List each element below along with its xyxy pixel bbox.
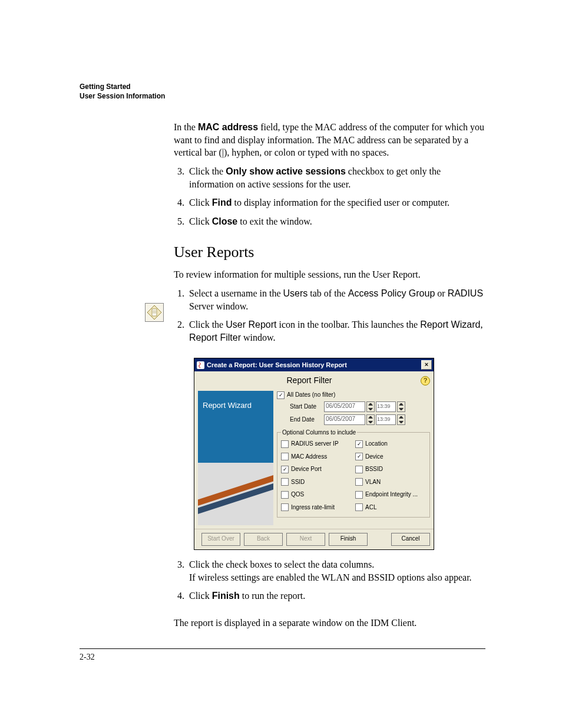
closing-paragraph: The report is displayed in a separate wi… xyxy=(174,617,485,630)
start-date-label: Start Date xyxy=(290,403,323,411)
report-wizard-window: Create a Report: User Session History Re… xyxy=(194,358,434,550)
note-icon xyxy=(145,303,164,322)
start-date-input[interactable]: 06/05/2007 xyxy=(324,401,365,412)
all-dates-label: All Dates (no filter) xyxy=(287,391,335,399)
bssid-checkbox[interactable] xyxy=(355,466,363,473)
optional-columns-legend: Optional Columns to include xyxy=(281,429,357,437)
section-heading: User Reports xyxy=(174,242,485,262)
deviceport-checkbox[interactable]: ✓ xyxy=(281,466,289,473)
device-checkbox[interactable]: ✓ xyxy=(355,453,363,460)
back-button[interactable]: Back xyxy=(244,533,283,546)
steps-list-b: Select a username in the Users tab of th… xyxy=(174,287,485,344)
radius-checkbox[interactable] xyxy=(281,440,289,448)
finish-button[interactable]: Finish xyxy=(329,533,368,546)
steps-list-b-cont: Click the check boxes to select the data… xyxy=(174,558,485,602)
header-line2: User Session Information xyxy=(80,92,485,101)
acl-checkbox[interactable] xyxy=(355,503,363,511)
header-line1: Getting Started xyxy=(80,83,485,92)
end-time-input[interactable]: 13:39 xyxy=(376,414,396,425)
step-b1: Select a username in the Users tab of th… xyxy=(187,287,485,312)
wizard-subtitle: Report Filter xyxy=(198,375,421,386)
wizard-side-title: Report Wizard xyxy=(198,391,273,463)
step-5: Click Close to exit the window. xyxy=(187,215,485,228)
close-button[interactable]: × xyxy=(421,360,432,370)
ingress-checkbox[interactable] xyxy=(281,503,289,511)
wizard-figure: Create a Report: User Session History Re… xyxy=(194,358,485,550)
start-time-input[interactable]: 13:39 xyxy=(376,401,396,412)
page-number: 2-32 xyxy=(80,653,485,662)
wizard-side-image xyxy=(198,463,273,525)
section-intro: To review information for multiple sessi… xyxy=(174,268,485,281)
start-date-spinner[interactable] xyxy=(366,401,375,412)
cancel-button[interactable]: Cancel xyxy=(391,533,430,546)
location-checkbox[interactable]: ✓ xyxy=(355,440,363,448)
all-dates-checkbox[interactable]: ✓ xyxy=(277,391,285,399)
end-date-spinner[interactable] xyxy=(366,414,375,425)
step-3: Click the Only show active sessions chec… xyxy=(187,165,485,190)
end-time-spinner[interactable] xyxy=(397,414,405,425)
svg-rect-1 xyxy=(152,309,157,316)
help-icon[interactable]: ? xyxy=(421,376,430,386)
ssid-checkbox[interactable] xyxy=(281,478,289,486)
wizard-titlebar: Create a Report: User Session History Re… xyxy=(194,358,434,371)
qos-checkbox[interactable] xyxy=(281,491,289,499)
step-b4: Click Finish to run the report. xyxy=(187,589,485,602)
java-icon xyxy=(197,361,204,369)
next-button[interactable]: Next xyxy=(286,533,325,546)
optional-columns-fieldset: Optional Columns to include RADIUS serve… xyxy=(277,429,430,518)
end-date-label: End Date xyxy=(290,416,323,424)
step-b2: Click the User Report icon in the toolba… xyxy=(187,318,485,344)
step-4: Click Find to display information for th… xyxy=(187,196,485,209)
mac-address-bold: MAC address xyxy=(198,122,258,132)
start-over-button[interactable]: Start Over xyxy=(201,533,240,546)
vlan-checkbox[interactable] xyxy=(355,478,363,486)
step-b3: Click the check boxes to select the data… xyxy=(187,558,485,584)
start-time-spinner[interactable] xyxy=(397,401,405,412)
wizard-title: Create a Report: User Session History Re… xyxy=(207,361,347,370)
end-date-input[interactable]: 06/05/2007 xyxy=(324,414,365,425)
endpoint-checkbox[interactable] xyxy=(355,491,363,499)
running-header: Getting Started User Session Information xyxy=(80,83,485,101)
mac-address-paragraph: In the MAC address field, type the MAC a… xyxy=(174,121,485,159)
footer-rule xyxy=(80,648,485,649)
mac-checkbox[interactable] xyxy=(281,453,289,460)
steps-list-a: Click the Only show active sessions chec… xyxy=(174,165,485,228)
